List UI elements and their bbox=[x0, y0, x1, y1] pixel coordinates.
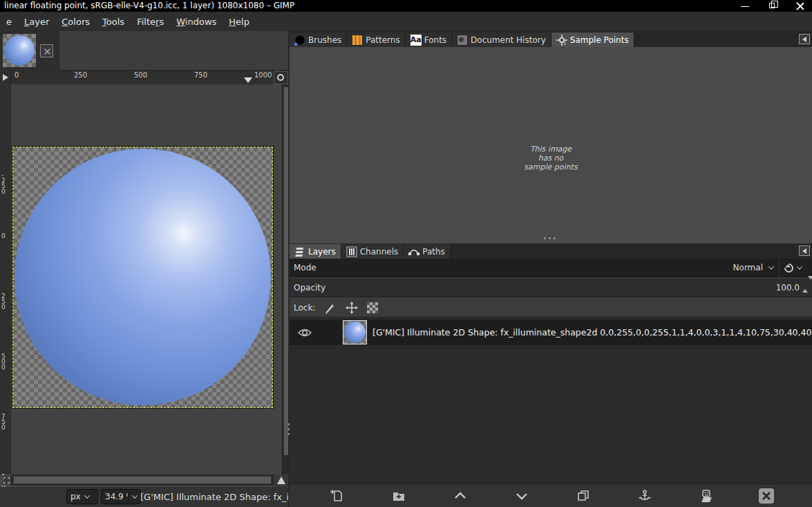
layer-thumbnail[interactable] bbox=[343, 320, 367, 344]
tab-fonts[interactable]: Aa Fonts bbox=[406, 33, 452, 47]
lock-position-button[interactable] bbox=[346, 302, 358, 314]
lock-label: Lock: bbox=[294, 303, 315, 313]
spin-up-icon[interactable] bbox=[802, 279, 808, 293]
unit-value: px bbox=[70, 492, 81, 501]
chevron-down-icon bbox=[515, 489, 529, 503]
anchor-icon bbox=[638, 489, 652, 503]
opacity-spinner[interactable] bbox=[802, 279, 811, 296]
quick-mask-toggle-button[interactable] bbox=[1, 475, 12, 486]
triangle-left-icon bbox=[802, 37, 806, 42]
raise-layer-button[interactable] bbox=[451, 487, 469, 505]
menu-item-image-clipped[interactable]: e bbox=[0, 14, 18, 30]
image-tab-strip bbox=[0, 31, 289, 71]
image-tab-close-button[interactable] bbox=[40, 44, 53, 57]
chevron-up-icon bbox=[453, 489, 467, 503]
layers-icon bbox=[294, 246, 305, 257]
brush-icon bbox=[294, 35, 305, 46]
layer-row-selected[interactable]: [G'MIC] Illuminate 2D Shape: fx_illumina… bbox=[290, 320, 812, 345]
panel-resize-handle[interactable] bbox=[544, 237, 559, 240]
lower-layer-button[interactable] bbox=[513, 487, 531, 505]
new-group-icon bbox=[392, 489, 406, 503]
opacity-slider[interactable]: Opacity 100.0 bbox=[290, 278, 812, 297]
pattern-icon bbox=[352, 35, 363, 46]
tab-layers[interactable]: Layers bbox=[290, 244, 341, 259]
close-button[interactable] bbox=[789, 0, 812, 12]
ruler-label: 0 bbox=[15, 71, 19, 79]
ruler-label: -250 bbox=[1, 172, 6, 194]
tab-patterns[interactable]: Patterns bbox=[347, 33, 405, 47]
minimize-button[interactable] bbox=[733, 0, 757, 12]
zoom-follow-window-button[interactable] bbox=[274, 71, 288, 84]
scrollbar-thumb[interactable] bbox=[13, 476, 272, 484]
tab-document-history[interactable]: Document History bbox=[452, 33, 551, 47]
menu-item-help[interactable]: Help bbox=[223, 14, 256, 30]
restore-button[interactable] bbox=[761, 0, 784, 12]
mode-switch-button[interactable] bbox=[779, 259, 809, 277]
image-thumbnail bbox=[3, 34, 36, 67]
close-icon bbox=[796, 2, 804, 10]
menu-bar: e Layer Colors Tools Filters Windows Hel… bbox=[0, 12, 812, 31]
image-tab[interactable] bbox=[0, 31, 59, 71]
navigation-button[interactable] bbox=[275, 474, 288, 487]
title-bar: linear floating point, sRGB-elle-V4-g10.… bbox=[0, 0, 812, 12]
duplicate-icon bbox=[576, 489, 590, 503]
tab-label: Document History bbox=[471, 35, 546, 45]
tab-paths[interactable]: Paths bbox=[404, 244, 451, 259]
horizontal-scrollbar[interactable] bbox=[11, 474, 274, 486]
menu-item-filters[interactable]: Filters bbox=[131, 14, 170, 30]
vertical-ruler[interactable]: -250 0 250 500 750 1000 bbox=[0, 84, 11, 474]
fonts-icon: Aa bbox=[410, 35, 422, 46]
unit-select[interactable]: px bbox=[66, 489, 98, 504]
ruler-label: 250 bbox=[74, 71, 87, 79]
mode-value: Normal bbox=[733, 263, 763, 273]
dock-tab-menu-button[interactable] bbox=[799, 246, 810, 256]
tab-label: Patterns bbox=[366, 35, 399, 45]
dock-tab-menu-button[interactable] bbox=[799, 34, 810, 44]
layer-mask-button[interactable] bbox=[697, 487, 715, 505]
lock-alpha-button[interactable] bbox=[367, 302, 378, 313]
zoom-input[interactable]: 34.9 % bbox=[101, 489, 129, 504]
new-layer-group-button[interactable] bbox=[390, 487, 408, 505]
tab-brushes[interactable]: Brushes bbox=[290, 33, 347, 47]
ruler-label: 0 bbox=[1, 233, 6, 239]
tab-label: Fonts bbox=[424, 35, 446, 45]
ruler-corner-menu-button[interactable] bbox=[0, 71, 11, 84]
duplicate-layer-button[interactable] bbox=[574, 487, 592, 505]
delete-layer-button[interactable] bbox=[759, 488, 774, 504]
menu-item-colors[interactable]: Colors bbox=[55, 14, 96, 30]
new-layer-button[interactable] bbox=[328, 487, 346, 505]
zoom-dropdown-button[interactable] bbox=[128, 489, 141, 504]
spin-down-icon[interactable] bbox=[808, 276, 812, 289]
sample-points-panel: This image has no sample points bbox=[290, 47, 812, 243]
delete-x-icon bbox=[762, 491, 771, 501]
menu-item-layer[interactable]: Layer bbox=[18, 14, 55, 30]
tab-sample-points[interactable]: 1 Sample Points bbox=[551, 33, 634, 47]
anchor-layer-button[interactable] bbox=[636, 487, 654, 505]
menu-triangle-icon bbox=[3, 74, 8, 81]
opacity-value: 100.0 bbox=[776, 283, 800, 293]
minimize-icon bbox=[741, 6, 749, 7]
zoom-circle-icon bbox=[277, 74, 284, 81]
sphere-thumbnail bbox=[344, 322, 366, 343]
tab-channels[interactable]: Channels bbox=[341, 244, 404, 259]
tab-label: Brushes bbox=[308, 35, 341, 45]
layer-list[interactable]: [G'MIC] Illuminate 2D Shape: fx_illumina… bbox=[290, 317, 812, 483]
canvas-area[interactable] bbox=[11, 84, 282, 474]
chevron-down-icon bbox=[797, 264, 802, 269]
layer-visibility-toggle[interactable] bbox=[290, 327, 320, 338]
reset-icon bbox=[782, 261, 795, 274]
horizontal-ruler[interactable]: 0 250 500 750 1000 bbox=[11, 71, 274, 84]
chevron-down-icon bbox=[131, 492, 137, 498]
navigation-arrow-icon bbox=[277, 477, 285, 484]
channels-icon bbox=[346, 246, 357, 257]
triangle-left-icon bbox=[802, 248, 806, 254]
mask-icon bbox=[699, 489, 714, 503]
lock-pixels-button[interactable] bbox=[324, 302, 337, 314]
ruler-label: 500 bbox=[134, 71, 147, 79]
menu-item-tools[interactable]: Tools bbox=[96, 14, 131, 30]
mode-select[interactable]: Normal bbox=[729, 259, 777, 277]
layer-name[interactable]: [G'MIC] Illuminate 2D Shape: fx_illumina… bbox=[372, 327, 812, 338]
menu-item-windows[interactable]: Windows bbox=[170, 14, 223, 30]
sphere-image bbox=[15, 149, 271, 405]
sample-points-icon: 1 bbox=[556, 35, 567, 46]
